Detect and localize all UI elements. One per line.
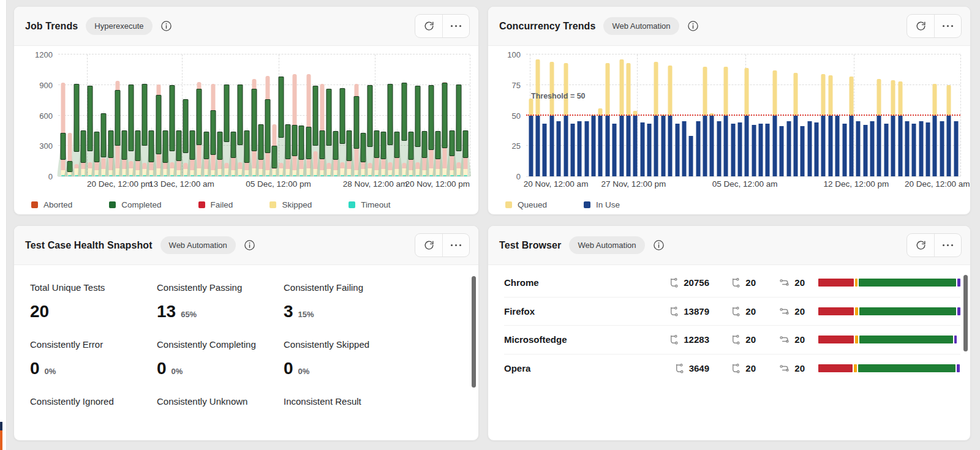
browser-name: Chrome (504, 277, 635, 288)
metric-cell: 20 (756, 334, 805, 345)
metric-cell: 20 (756, 363, 805, 373)
threshold-label: Threshold = 50 (531, 92, 586, 100)
timeout-mark (464, 175, 467, 177)
panel-actions (907, 233, 962, 257)
v-gridline (470, 54, 470, 176)
queued-bar (891, 80, 895, 116)
job-bar-slot (373, 54, 380, 176)
in-use-bar (682, 121, 686, 176)
table-row[interactable]: Opera 3649 20 20 (504, 354, 960, 383)
table-row[interactable]: Microsoftedge 12283 20 20 (504, 326, 960, 354)
completed-bar (88, 86, 93, 151)
concurrency-bar-slot (597, 54, 604, 176)
completed-bar (360, 133, 366, 162)
legend-item[interactable]: Completed (109, 200, 161, 209)
info-icon[interactable] (244, 239, 255, 251)
job-bar-slot (442, 54, 448, 176)
completed-bar (115, 90, 120, 146)
legend-swatch (270, 201, 276, 208)
concurrency-bar-slot (820, 54, 827, 176)
more-icon (943, 25, 954, 28)
info-icon[interactable] (160, 20, 172, 32)
completed-bar (367, 85, 372, 147)
refresh-button[interactable] (907, 15, 934, 37)
in-use-bar (529, 116, 533, 177)
completed-bar (80, 130, 86, 163)
refresh-button[interactable] (907, 234, 934, 257)
concurrency-bar-slot (813, 54, 820, 176)
info-icon[interactable] (687, 20, 699, 32)
x-tick-label: 28 Nov, 12:00 am (343, 179, 408, 189)
more-options-button[interactable] (442, 15, 469, 37)
refresh-button[interactable] (415, 234, 442, 257)
concurrency-bar-slot (632, 54, 639, 176)
in-use-bar (801, 126, 805, 176)
concurrency-bar-slot (806, 54, 813, 176)
job-trends-header: Job Trends Hyperexecute (14, 7, 478, 46)
in-use-bar (919, 121, 923, 176)
legend-swatch (349, 201, 355, 208)
concurrency-bar-slot (757, 54, 764, 176)
table-row[interactable]: Chrome 20756 20 20 (504, 269, 960, 298)
y-tick-label: 0 (48, 172, 53, 181)
completed-bar (312, 86, 318, 146)
bar-segment-orange (855, 307, 858, 315)
panel-actions (415, 14, 470, 38)
completed-bar (456, 84, 461, 151)
sidebar-edge-orange-accent (0, 430, 2, 450)
completed-bar (60, 133, 66, 160)
in-use-bar (549, 116, 554, 177)
in-use-bar (661, 116, 665, 177)
concurrency-bar-slot (556, 54, 562, 176)
vertical-scrollbar[interactable] (963, 275, 968, 351)
table-row[interactable]: Firefox 13879 20 20 (504, 298, 960, 326)
legend-item[interactable]: In Use (584, 200, 620, 209)
concurrency-bar-slot (841, 54, 848, 176)
legend-item[interactable]: Queued (505, 200, 547, 209)
in-use-bar (891, 116, 895, 177)
legend-swatch (109, 201, 116, 208)
bar-segment-orange (855, 336, 858, 343)
failed-bar (61, 83, 65, 176)
completed-bar (319, 130, 325, 159)
in-use-bar (633, 116, 638, 177)
completed-bar (326, 89, 332, 146)
queued-bar (724, 67, 728, 116)
concurrency-bar-slot (604, 54, 611, 176)
in-use-bar (940, 121, 944, 176)
in-use-bar (856, 121, 861, 176)
job-bar-slot (73, 54, 80, 176)
in-use-bar (745, 116, 749, 177)
legend-label: Completed (121, 200, 161, 209)
legend-item[interactable]: Aborted (31, 200, 72, 209)
refresh-button[interactable] (415, 15, 442, 37)
in-use-bar (912, 124, 916, 176)
more-options-button[interactable] (934, 15, 961, 37)
legend-item[interactable]: Skipped (270, 200, 312, 209)
more-options-button[interactable] (442, 234, 469, 257)
metric-cell: 12283 (635, 334, 709, 345)
info-icon[interactable] (653, 239, 665, 251)
concurrency-bar-slot (932, 54, 938, 176)
completed-bar (94, 132, 100, 162)
vertical-scrollbar[interactable] (472, 276, 476, 388)
stat-cell: Consistently Completing00% (157, 339, 284, 396)
metric-value: 20 (794, 363, 805, 373)
more-options-button[interactable] (934, 234, 961, 257)
in-use-bar (842, 124, 846, 176)
stat-cell: Consistently Error00% (30, 339, 157, 396)
in-use-bar (828, 116, 832, 177)
metric-value: 20756 (684, 277, 709, 288)
job-bar-slot (414, 54, 421, 176)
in-use-bar (536, 116, 540, 177)
legend-item[interactable]: Timeout (349, 200, 390, 209)
product-badge: Web Automation (160, 236, 236, 254)
completed-bar (74, 84, 79, 152)
legend-label: Aborted (43, 200, 72, 209)
job-bar-slot (325, 54, 332, 176)
legend-item[interactable]: Failed (198, 200, 233, 209)
job-trends-legend: AbortedCompletedFailedSkippedTimeout (31, 200, 390, 209)
job-trends-chart: 03006009001200 (24, 54, 472, 177)
job-bar-slot (223, 54, 230, 176)
metric-cell: 20756 (635, 277, 709, 288)
